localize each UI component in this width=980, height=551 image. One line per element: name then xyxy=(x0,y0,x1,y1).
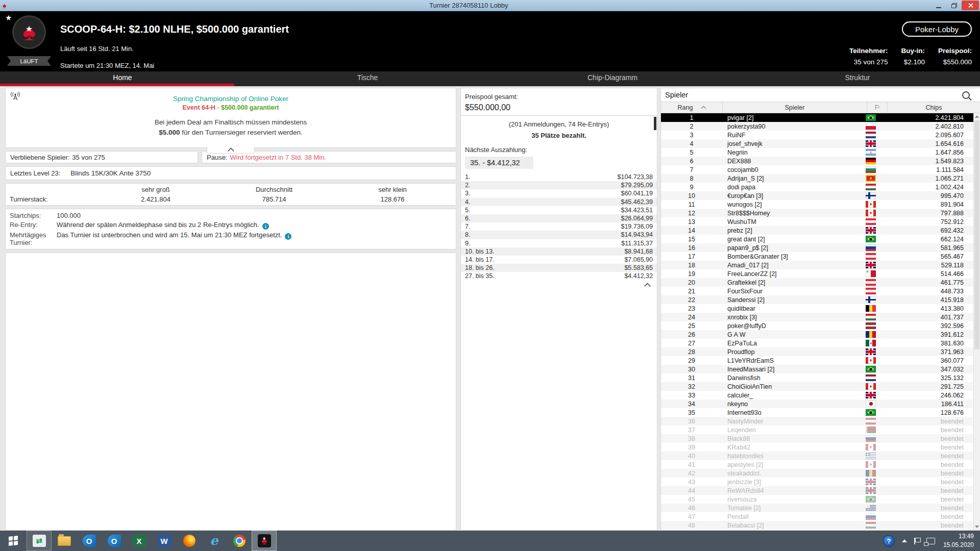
tab-chip-diagramm[interactable]: Chip-Diagramm xyxy=(490,71,735,86)
payout-amount: $45.462,39 xyxy=(621,198,653,206)
player-name: calculer_ xyxy=(722,392,861,399)
minimize-button[interactable] xyxy=(931,1,946,10)
payout-row: 14. bis 17.$7.065,90 xyxy=(461,256,657,264)
poker-lobby-button[interactable]: Poker-Lobby xyxy=(902,21,972,37)
taskbar-app-pokerstars[interactable]: ♠★ xyxy=(252,531,277,551)
player-row[interactable]: 18Amadi_017 [2]529.118 xyxy=(661,261,974,269)
player-row[interactable]: 41apestyles [2]beendet xyxy=(661,460,974,469)
player-name: Leqenden xyxy=(722,427,861,434)
scrollbar-thumb[interactable] xyxy=(974,120,979,349)
player-row[interactable]: 5Negriin1.647.856 xyxy=(661,148,974,157)
player-row[interactable]: 25poker@luffyD392.596 xyxy=(661,321,974,330)
player-row[interactable]: 26G A W391.612 xyxy=(661,330,974,339)
player-row[interactable]: 10€urop€an [3]995.470 xyxy=(661,191,974,200)
player-row[interactable]: 2pokerzysta902.402.810 xyxy=(661,122,974,131)
player-row[interactable]: 8Adrijan_S [2]1.065.271 xyxy=(661,174,974,183)
prize-scrollbar-thumb[interactable] xyxy=(654,117,656,130)
player-row[interactable]: 37Leqendenbeendet xyxy=(661,425,974,434)
player-row[interactable]: 11wunogos [2]891.904 xyxy=(661,200,974,209)
tab-tische[interactable]: Tische xyxy=(245,71,490,86)
player-row[interactable]: 42steakaddict.beendet xyxy=(661,469,974,478)
player-row[interactable]: 16papan9_p$ [2]581.965 xyxy=(661,243,974,252)
info-icon[interactable]: i xyxy=(262,223,269,230)
column-flag[interactable]: ⚐ xyxy=(867,102,887,113)
scroll-up-icon[interactable] xyxy=(975,115,979,118)
player-row[interactable]: 34nkeyno186.411 xyxy=(661,399,974,408)
player-row[interactable]: 40hateblondiesbeendet xyxy=(661,452,974,460)
player-row[interactable]: 20Graftekkel [2]461.775 xyxy=(661,278,974,287)
taskbar-app-firefox[interactable] xyxy=(177,531,202,551)
taskbar-app-chrome[interactable] xyxy=(227,531,252,551)
hidden-icons-arrow-icon[interactable] xyxy=(902,539,907,542)
column-chips[interactable]: Chips xyxy=(887,102,980,113)
player-row[interactable]: 46Tomatee [2]beendet xyxy=(661,504,974,512)
player-row[interactable]: 43jenbizzle [3]beendet xyxy=(661,478,974,486)
collapse-announcement-tab[interactable] xyxy=(207,147,255,154)
player-row[interactable]: 48Belabacsi [2]beendet xyxy=(661,521,974,530)
taskbar-app-outlook[interactable]: O xyxy=(102,531,127,551)
column-player[interactable]: Spieler xyxy=(722,102,867,113)
player-row[interactable]: 24xnrobix [3]401.737 xyxy=(661,313,974,321)
taskbar-app-teamviewer[interactable]: ⇄ xyxy=(27,531,52,551)
player-row[interactable]: 14prebz [2]692.432 xyxy=(661,226,974,235)
player-chips: beendet xyxy=(881,427,974,434)
players-scrollbar[interactable] xyxy=(973,113,980,530)
player-row[interactable]: 45riversouzabeendet xyxy=(661,495,974,504)
restore-button[interactable] xyxy=(946,1,962,10)
taskbar-app-excel[interactable]: X xyxy=(127,531,152,551)
player-row[interactable]: 29L1VeYRdrEamS360.077 xyxy=(661,356,974,365)
player-row[interactable]: 12Str8$$$Homey797.888 xyxy=(661,209,974,217)
network-icon[interactable] xyxy=(926,538,935,544)
action-center-flag-icon[interactable] xyxy=(914,538,915,544)
player-row[interactable]: 22Sanderssi [2]415.918 xyxy=(661,295,974,304)
player-row[interactable]: 13WushuTM752.912 xyxy=(661,217,974,226)
search-icon[interactable] xyxy=(962,91,970,99)
player-row[interactable]: 30IneedMassari [2]347.032 xyxy=(661,365,974,373)
player-row[interactable]: 3RuiNF2.095.607 xyxy=(661,131,974,139)
start-button[interactable] xyxy=(0,531,27,551)
player-rank: 22 xyxy=(661,296,722,304)
player-row[interactable]: 21FourSixFour448.733 xyxy=(661,287,974,295)
help-icon[interactable]: ? xyxy=(883,535,895,547)
close-button[interactable] xyxy=(962,1,979,10)
player-row[interactable]: 15great dant [2]662.124 xyxy=(661,235,974,243)
player-row[interactable]: 23quiditbear413.380 xyxy=(661,304,974,313)
player-rank: 29 xyxy=(661,357,722,364)
player-row[interactable]: 4josef_shvejk1.654.616 xyxy=(661,139,974,148)
collapse-payouts-control[interactable] xyxy=(461,280,657,288)
payout-row: 9.$11.315,37 xyxy=(461,239,657,247)
scroll-down-icon[interactable] xyxy=(975,525,979,528)
tab-struktur[interactable]: Struktur xyxy=(735,71,980,86)
player-row[interactable]: 38Black88beendet xyxy=(661,434,974,443)
players-list: 1pvigar [2]2.421.8042pokerzysta902.402.8… xyxy=(661,113,974,530)
player-row[interactable]: 17Bomber&Granater [3]565.467 xyxy=(661,252,974,261)
player-row[interactable]: 35Internett93o128.676 xyxy=(661,408,974,417)
player-row[interactable]: 47Pendallbeendet xyxy=(661,512,974,521)
player-row[interactable]: 6DEX8881.549.823 xyxy=(661,157,974,165)
taskbar-clock[interactable]: 13:49 15.05.2020 xyxy=(943,532,974,550)
player-flag xyxy=(861,166,881,173)
player-row[interactable]: 31Darwinsfish325.132 xyxy=(661,373,974,382)
player-row[interactable]: 1pvigar [2]2.421.804 xyxy=(661,113,974,122)
detail-value: 100.000 xyxy=(57,212,452,219)
player-row[interactable]: 44ReWARds84beendet xyxy=(661,486,974,495)
player-flag xyxy=(861,392,881,398)
player-row[interactable]: 39KRab42beendet xyxy=(661,443,974,452)
taskbar-app-outlook[interactable]: O xyxy=(77,531,102,551)
player-row[interactable]: 28Proudflop371.963 xyxy=(661,347,974,356)
taskbar-app-ie[interactable]: e xyxy=(202,531,227,551)
player-row[interactable]: 9dodi papa1.002.424 xyxy=(661,183,974,191)
favorite-star-icon[interactable]: ★ xyxy=(5,13,12,22)
player-row[interactable]: 27EzPaTuLa381.630 xyxy=(661,339,974,347)
player-row[interactable]: 33calculer_246.062 xyxy=(661,391,974,399)
info-icon[interactable]: i xyxy=(285,233,291,240)
player-row[interactable]: 7cocojamb01.111.584 xyxy=(661,165,974,174)
column-rank[interactable]: Rang xyxy=(661,102,722,113)
player-row[interactable]: 36NastyMinderbeendet xyxy=(661,417,974,425)
player-flag xyxy=(861,400,881,407)
player-flag xyxy=(861,444,881,450)
player-row[interactable]: 19FreeLancerZZ [2]514.466 xyxy=(661,269,974,278)
player-row[interactable]: 32ChoiGioiAnTien291.725 xyxy=(661,382,974,391)
taskbar-app-word[interactable]: W xyxy=(152,531,177,551)
taskbar-app-explorer[interactable] xyxy=(52,531,77,551)
